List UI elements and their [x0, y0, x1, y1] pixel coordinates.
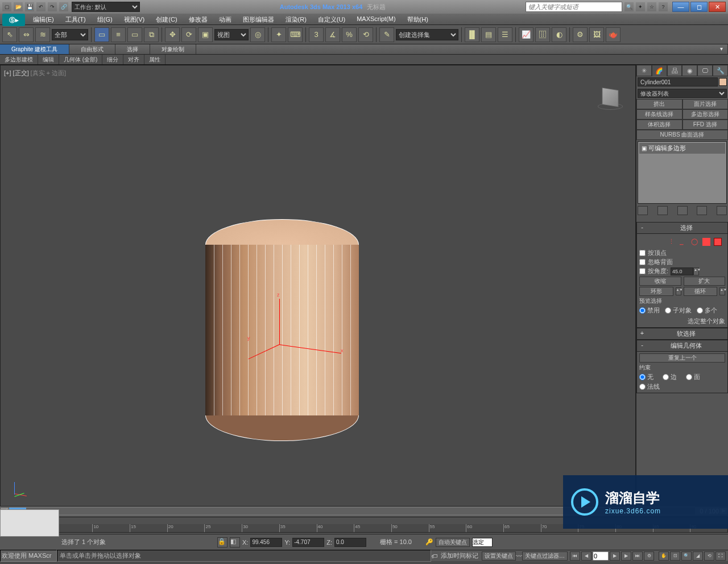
key-filters-button[interactable]: 关键点过滤器…: [522, 551, 568, 561]
tab-hierarchy-icon[interactable]: 品: [667, 65, 682, 76]
viewport-label[interactable]: [+] [正交] [真实 + 边面]: [4, 69, 66, 77]
fov-icon[interactable]: ◢: [693, 551, 703, 561]
ribbon-panel-align[interactable]: 对齐: [123, 55, 144, 64]
pan-view-icon[interactable]: ✋: [659, 551, 669, 561]
current-frame-input[interactable]: [593, 551, 609, 561]
menu-customize[interactable]: 自定义(U): [312, 14, 351, 24]
select-object-icon[interactable]: ▭: [94, 27, 109, 42]
menu-edit[interactable]: 编辑(E): [27, 14, 60, 24]
ribbon-panel-edit[interactable]: 编辑: [38, 55, 59, 64]
time-config-icon[interactable]: ⚙: [644, 551, 654, 561]
stack-item-editable-poly[interactable]: ▣ 可编辑多边形: [639, 143, 725, 154]
mod-nurbssel[interactable]: NURBS 曲面选择: [636, 130, 728, 140]
menu-grapheditors[interactable]: 图形编辑器: [237, 14, 280, 24]
move-icon[interactable]: ✥: [165, 27, 180, 42]
preview-off-radio[interactable]: [639, 307, 646, 314]
constraint-none-radio[interactable]: [639, 374, 646, 380]
link-icon[interactable]: 🔗: [59, 2, 68, 11]
mod-volsel[interactable]: 体积选择: [636, 120, 682, 130]
mod-extrude[interactable]: 挤出: [636, 99, 682, 109]
render-icon[interactable]: 🫖: [606, 27, 621, 42]
object-color-swatch[interactable]: [719, 78, 727, 86]
ribbon-collapse-icon[interactable]: ▾: [715, 44, 728, 54]
schematic-view-icon[interactable]: ⿲: [535, 27, 550, 42]
subobj-element-icon[interactable]: [714, 238, 722, 246]
edit-named-sel-icon[interactable]: ✎: [379, 27, 394, 42]
selection-filter[interactable]: 全部: [52, 29, 88, 40]
pin-stack-icon[interactable]: [638, 206, 648, 215]
menu-group[interactable]: 组(G): [92, 14, 118, 24]
scene-object-cylinder[interactable]: [205, 219, 359, 441]
key-mode-icon[interactable]: 〰: [516, 553, 522, 559]
save-icon[interactable]: 💾: [25, 2, 34, 11]
modifier-list-dropdown[interactable]: 修改器列表: [638, 89, 727, 98]
help-icon[interactable]: ?: [659, 2, 668, 11]
select-name-icon[interactable]: ≡: [111, 27, 126, 42]
ref-coord-system[interactable]: 视图: [214, 29, 249, 40]
subobj-edge-icon[interactable]: ⎯: [680, 238, 688, 246]
mod-splinesel[interactable]: 样条线选择: [636, 109, 682, 120]
rollout-editgeom-header[interactable]: -编辑几何体: [636, 340, 728, 352]
menu-rendering[interactable]: 渲染(R): [280, 14, 312, 24]
zoom-extents-icon[interactable]: ⊡: [670, 551, 680, 561]
menu-tools[interactable]: 工具(T): [60, 14, 92, 24]
zoom-icon[interactable]: 🔍: [681, 551, 692, 561]
goto-end-icon[interactable]: ⏭: [632, 551, 643, 561]
ribbon-panel-polymodel[interactable]: 多边形建模: [0, 55, 38, 64]
layer-manager-icon[interactable]: ☰: [498, 27, 512, 42]
remove-mod-icon[interactable]: [697, 206, 707, 215]
align-icon[interactable]: ▤: [481, 27, 496, 42]
viewcube[interactable]: [597, 88, 624, 116]
mod-ffdsel[interactable]: FFD 选择: [682, 120, 729, 130]
comm-center-icon[interactable]: ✦: [636, 2, 645, 11]
subobj-border-icon[interactable]: ◯: [691, 238, 699, 246]
rollout-softsel-header[interactable]: +软选择: [636, 328, 728, 340]
add-time-tag-label[interactable]: 添加时间标记: [441, 551, 478, 560]
menu-animation[interactable]: 动画: [213, 14, 237, 24]
repeat-last-button[interactable]: 重复上一个: [639, 353, 725, 363]
ribbon-tab-freeform[interactable]: 自由形式: [69, 44, 115, 54]
maxscript-mini-listener[interactable]: 欢迎使用 MAXScr: [0, 550, 57, 562]
by-vertex-checkbox[interactable]: [639, 250, 646, 256]
window-crossing-icon[interactable]: ⧉: [144, 27, 159, 42]
mod-facesel[interactable]: 面片选择: [682, 99, 729, 109]
constraint-face-radio[interactable]: [686, 374, 692, 380]
key-selection-set[interactable]: [472, 538, 493, 547]
keyboard-shortcut-icon[interactable]: ⌨: [288, 27, 303, 42]
ribbon-panel-subdiv[interactable]: 细分: [102, 55, 123, 64]
configure-sets-icon[interactable]: [717, 206, 727, 215]
help-search-input[interactable]: [526, 2, 622, 12]
select-link-icon[interactable]: ⇖: [2, 27, 17, 42]
search-icon[interactable]: 🔍: [624, 2, 634, 11]
bind-space-icon[interactable]: ≋: [35, 27, 50, 42]
manipulate-icon[interactable]: ✦: [271, 27, 286, 42]
menu-modifiers[interactable]: 修改器: [183, 14, 213, 24]
rendered-frame-icon[interactable]: 🖼: [589, 27, 604, 42]
tab-modify-icon[interactable]: 🌈: [652, 65, 667, 76]
open-icon[interactable]: 📂: [14, 2, 23, 11]
ribbon-tab-selection[interactable]: 选择: [115, 44, 150, 54]
show-end-result-icon[interactable]: [657, 206, 668, 215]
rollout-selection-header[interactable]: -选择: [636, 222, 728, 234]
ignore-backfacing-checkbox[interactable]: [639, 259, 646, 265]
maximize-button[interactable]: ◻: [690, 2, 708, 12]
setkey-button[interactable]: 设置关键点: [482, 551, 516, 561]
material-editor-icon[interactable]: ◐: [552, 27, 566, 42]
autokey-button[interactable]: 自动关键点: [436, 538, 470, 547]
constraint-normal-radio[interactable]: [639, 384, 646, 390]
play-icon[interactable]: ▶: [610, 551, 620, 561]
max-viewport-icon[interactable]: ⛶: [715, 551, 726, 561]
spinner-snap-icon[interactable]: ⟲: [358, 27, 373, 42]
coord-z-input[interactable]: [334, 538, 366, 547]
ribbon-panel-props[interactable]: 属性: [144, 55, 166, 64]
make-unique-icon[interactable]: [677, 206, 688, 215]
tab-motion-icon[interactable]: ◉: [682, 65, 697, 76]
ribbon-panel-geometry[interactable]: 几何体 (全部): [59, 55, 102, 64]
app-menu-button[interactable]: Ⓢ▸: [2, 14, 25, 26]
angle-snap-icon[interactable]: ∡: [325, 27, 340, 42]
percent-snap-icon[interactable]: %: [342, 27, 357, 42]
menu-help[interactable]: 帮助(H): [402, 14, 434, 24]
rotate-icon[interactable]: ⟳: [181, 27, 196, 42]
by-angle-checkbox[interactable]: [639, 268, 646, 274]
pivot-center-icon[interactable]: ◎: [250, 27, 265, 42]
